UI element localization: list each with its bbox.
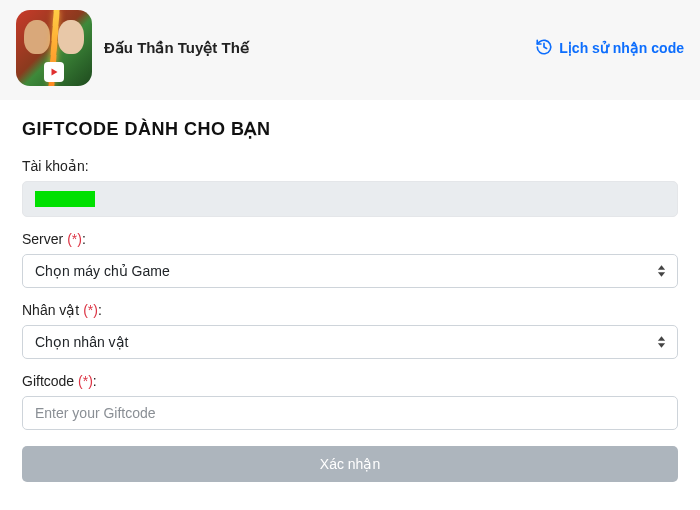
section-title: GIFTCODE DÀNH CHO BẠN [22, 118, 678, 140]
history-icon [535, 38, 553, 59]
required-mark: (*) [83, 302, 98, 318]
play-badge-icon [44, 62, 64, 82]
required-mark: (*) [78, 373, 93, 389]
content: GIFTCODE DÀNH CHO BẠN Tài khoản: Server … [0, 100, 700, 482]
account-input [22, 181, 678, 217]
character-label: Nhân vật (*): [22, 302, 678, 318]
required-mark: (*) [67, 231, 82, 247]
character-field: Nhân vật (*): Chọn nhân vật [22, 302, 678, 359]
history-link-label: Lịch sử nhận code [559, 40, 684, 56]
header: Đấu Thần Tuyệt Thế Lịch sử nhận code [0, 0, 700, 100]
header-left: Đấu Thần Tuyệt Thế [16, 10, 249, 86]
code-history-link[interactable]: Lịch sử nhận code [535, 38, 684, 59]
giftcode-field: Giftcode (*): [22, 373, 678, 430]
account-value-masked [35, 191, 95, 207]
account-field: Tài khoản: [22, 158, 678, 217]
submit-button[interactable]: Xác nhận [22, 446, 678, 482]
game-icon [16, 10, 92, 86]
server-select[interactable]: Chọn máy chủ Game [22, 254, 678, 288]
giftcode-label: Giftcode (*): [22, 373, 678, 389]
character-select[interactable]: Chọn nhân vật [22, 325, 678, 359]
server-field: Server (*): Chọn máy chủ Game [22, 231, 678, 288]
game-title: Đấu Thần Tuyệt Thế [104, 39, 249, 57]
server-label: Server (*): [22, 231, 678, 247]
giftcode-input[interactable] [22, 396, 678, 430]
account-label: Tài khoản: [22, 158, 678, 174]
